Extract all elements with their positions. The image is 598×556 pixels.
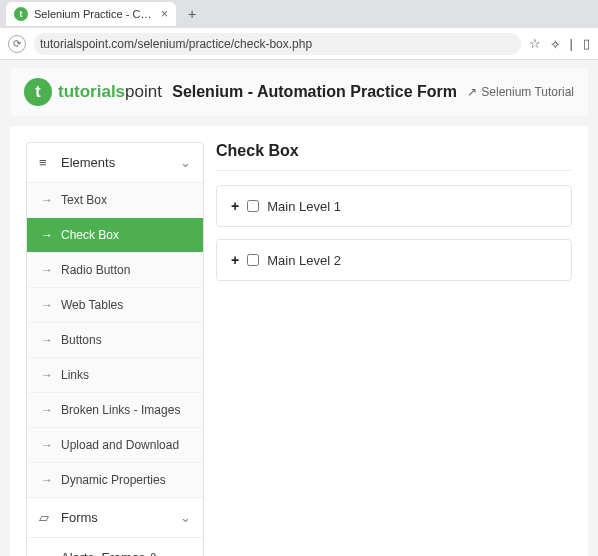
form-icon: ▱ [39, 510, 53, 525]
logo[interactable]: t tutorialspoint [24, 78, 162, 106]
external-link-icon: ↗ [467, 85, 477, 99]
extensions-icon[interactable]: ⟡ [551, 36, 560, 52]
menu-icon: ≡ [39, 155, 53, 170]
expand-icon[interactable]: + [231, 198, 239, 214]
expand-icon[interactable]: + [231, 252, 239, 268]
node-label: Main Level 2 [267, 253, 341, 268]
divider [216, 170, 572, 171]
main-panel: Check Box + Main Level 1 + Main Level 2 [216, 142, 572, 556]
chevron-down-icon: ⌄ [180, 510, 191, 525]
content-wrap: ≡ Elements ⌄ → Text Box → Check Box → Ra… [10, 126, 588, 556]
checkbox-main-level-2[interactable] [247, 254, 259, 266]
group-elements-body: → Text Box → Check Box → Radio Button → … [27, 183, 203, 498]
address-bar: ⟳ tutorialspoint.com/selenium/practice/c… [0, 28, 598, 60]
pipe-icon: | [570, 36, 573, 51]
arrow-right-icon: → [41, 228, 53, 242]
panel-icon[interactable]: ▯ [583, 36, 590, 51]
group-alerts[interactable]: 🔔 Alerts, Frames & Windows ⌄ [27, 538, 203, 556]
browser-chrome: t Selenium Practice - Check B… × + ⟳ tut… [0, 0, 598, 60]
arrow-right-icon: → [41, 368, 53, 382]
new-tab-button[interactable]: + [182, 4, 202, 24]
sidebar-item-upload-download[interactable]: → Upload and Download [27, 427, 203, 462]
group-forms[interactable]: ▱ Forms ⌄ [27, 498, 203, 538]
tab-strip: t Selenium Practice - Check B… × + [0, 0, 598, 28]
sidebar-item-web-tables[interactable]: → Web Tables [27, 287, 203, 322]
tree-node-main-level-1: + Main Level 1 [216, 185, 572, 227]
sidebar-item-radio-button[interactable]: → Radio Button [27, 252, 203, 287]
selenium-tutorial-link[interactable]: ↗ Selenium Tutorial [467, 85, 574, 99]
reload-button[interactable]: ⟳ [8, 35, 26, 53]
url-field[interactable]: tutorialspoint.com/selenium/practice/che… [34, 33, 521, 55]
sidebar: ≡ Elements ⌄ → Text Box → Check Box → Ra… [26, 142, 204, 556]
tab-title: Selenium Practice - Check B… [34, 8, 155, 20]
sidebar-item-check-box[interactable]: → Check Box [27, 217, 203, 252]
page-title: Selenium - Automation Practice Form [172, 83, 457, 101]
node-label: Main Level 1 [267, 199, 341, 214]
arrow-right-icon: → [41, 403, 53, 417]
star-icon[interactable]: ☆ [529, 36, 541, 51]
group-elements[interactable]: ≡ Elements ⌄ [27, 143, 203, 183]
main-heading: Check Box [216, 142, 572, 160]
arrow-right-icon: → [41, 333, 53, 347]
sidebar-item-buttons[interactable]: → Buttons [27, 322, 203, 357]
arrow-right-icon: → [41, 438, 53, 452]
checkbox-main-level-1[interactable] [247, 200, 259, 212]
page-header: t tutorialspoint Selenium - Automation P… [10, 68, 588, 116]
browser-tab[interactable]: t Selenium Practice - Check B… × [6, 2, 176, 26]
sidebar-item-broken-links[interactable]: → Broken Links - Images [27, 392, 203, 427]
sidebar-item-text-box[interactable]: → Text Box [27, 183, 203, 217]
arrow-right-icon: → [41, 473, 53, 487]
arrow-right-icon: → [41, 298, 53, 312]
tree-node-main-level-2: + Main Level 2 [216, 239, 572, 281]
logo-icon: t [24, 78, 52, 106]
sidebar-item-links[interactable]: → Links [27, 357, 203, 392]
favicon-icon: t [14, 7, 28, 21]
close-icon[interactable]: × [161, 7, 168, 21]
chevron-down-icon: ⌄ [180, 155, 191, 170]
logo-text: tutorialspoint [58, 82, 162, 102]
sidebar-item-dynamic-properties[interactable]: → Dynamic Properties [27, 462, 203, 497]
arrow-right-icon: → [41, 193, 53, 207]
arrow-right-icon: → [41, 263, 53, 277]
